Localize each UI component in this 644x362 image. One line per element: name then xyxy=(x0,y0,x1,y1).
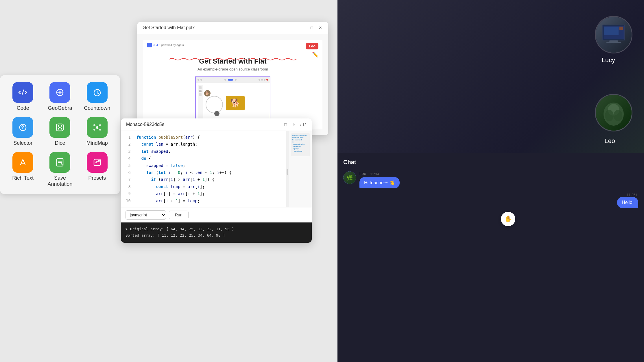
right-panel: Lucy Leo Chat 🌿 Leo 11:3 xyxy=(337,0,644,362)
app-item-save-annotation[interactable]: Save Annotation xyxy=(43,152,77,187)
page-indicator: / 12 xyxy=(300,122,307,127)
pen-icon[interactable]: ✏️ xyxy=(312,51,318,58)
chat-time-leo: 11:34 xyxy=(370,172,379,176)
selector-icon: ? xyxy=(12,117,33,138)
hand-raise-button[interactable]: ✋ xyxy=(501,212,515,226)
code-footer: javascript python java Run xyxy=(121,207,312,222)
presentation-title: Get Started with Flat.pptx xyxy=(143,25,195,30)
app-item-dice[interactable]: Dice xyxy=(43,117,77,146)
chat-time-teacher: 11:35 L xyxy=(627,193,638,197)
app-label-code: Code xyxy=(17,105,29,111)
slide-area: FLAT powered by Agora Leo ✏️ Get Started… xyxy=(143,40,322,129)
code-window-controls: — □ ✕ / 12 xyxy=(274,122,307,127)
code-line-10: 10 arr[i + 1] = temp; xyxy=(121,197,286,204)
code-scrollbar[interactable] xyxy=(286,131,289,207)
svg-point-39 xyxy=(605,110,614,121)
code-titlebar: Monaco-5923dc5e — □ ✕ / 12 xyxy=(121,118,312,131)
app-item-geogebra[interactable]: GeoGebra xyxy=(43,82,77,111)
app-item-presets[interactable]: Presets xyxy=(80,152,114,187)
code-body: 1 function bubbleSort(arr) { 2 const len… xyxy=(121,131,312,207)
app-label-save-annotation: Save Annotation xyxy=(43,175,77,187)
avatar-leo xyxy=(595,94,632,131)
app-label-countdown: Countdown xyxy=(84,105,110,111)
slide-subtitle: An example-grade open source classroom xyxy=(149,67,317,71)
svg-point-26 xyxy=(98,160,100,162)
user-label-leo: Leo xyxy=(604,137,615,145)
app-item-countdown[interactable]: Countdown xyxy=(80,82,114,111)
code-line-7: 7 if (arr[i] > arr[i + 1]) { xyxy=(121,176,286,183)
chat-panel: Chat 🌿 Leo 11:34 Hi teacher~ 👋 xyxy=(337,153,644,362)
chat-message-leo: 🌿 Leo 11:34 Hi teacher~ 👋 xyxy=(343,171,638,188)
output-area: > Original array: [ 64, 34, 25, 12, 22, … xyxy=(121,222,312,243)
app-item-mindmap[interactable]: MindMap xyxy=(80,117,114,146)
presentation-window-controls: — □ ✕ xyxy=(300,25,323,30)
svg-point-12 xyxy=(58,128,59,130)
squiggly-line xyxy=(169,57,296,61)
avatar-lucy xyxy=(595,16,632,53)
svg-point-11 xyxy=(61,125,62,127)
chat-bubble-teacher: Hello! xyxy=(617,197,638,208)
chat-messages: 🌿 Leo 11:34 Hi teacher~ 👋 11:35 L Hello! xyxy=(343,171,638,208)
code-icon xyxy=(12,82,33,103)
svg-point-15 xyxy=(96,126,98,129)
code-window-title: Monaco-5923dc5e xyxy=(126,122,165,127)
mindmap-icon xyxy=(87,117,108,138)
chat-avatar-leo: 🌿 xyxy=(343,171,356,184)
code-line-1: 1 function bubbleSort(arr) { xyxy=(121,134,286,141)
svg-rect-36 xyxy=(606,42,621,43)
svg-point-40 xyxy=(614,110,622,121)
dice-icon xyxy=(49,117,70,138)
code-line-6: 6 for (let i = 0; i < len - 1; i++) { xyxy=(121,169,286,176)
countdown-icon xyxy=(87,82,108,103)
app-label-mindmap: MindMap xyxy=(86,140,108,146)
chat-bubble-leo: Hi teacher~ 👋 xyxy=(359,177,400,188)
chat-user-name-leo: Leo xyxy=(359,171,366,176)
richtext-icon xyxy=(12,152,33,173)
svg-rect-33 xyxy=(604,27,619,35)
code-line-5: 5 swapped = false; xyxy=(121,162,286,169)
app-item-code[interactable]: Code xyxy=(6,82,40,111)
code-line-9: 9 arr[i] = arr[i + 1]; xyxy=(121,190,286,197)
svg-point-13 xyxy=(61,128,62,130)
app-label-dice: Dice xyxy=(55,140,65,146)
code-line-4: 4 do { xyxy=(121,155,286,162)
svg-rect-34 xyxy=(619,27,623,30)
app-label-geogebra: GeoGebra xyxy=(48,105,72,111)
svg-line-22 xyxy=(95,129,97,129)
code-close-button[interactable]: ✕ xyxy=(291,122,297,127)
code-maximize-button[interactable]: □ xyxy=(283,122,288,127)
app-panel: Code GeoGebra Countdown xyxy=(0,75,120,194)
app-label-presets: Presets xyxy=(88,175,106,181)
code-minimize-button[interactable]: — xyxy=(274,122,279,127)
run-button[interactable]: Run xyxy=(169,211,189,219)
presentation-titlebar: Get Started with Flat.pptx — □ ✕ xyxy=(137,22,328,34)
code-thumbnail: function bubbleSort const len = arr let … xyxy=(291,133,310,156)
leo-badge: Leo xyxy=(306,43,318,49)
svg-point-10 xyxy=(58,125,59,127)
flat-logo: FLAT powered by Agora xyxy=(147,43,184,47)
app-item-richtext[interactable]: Rich Text xyxy=(6,152,40,187)
scrollbar-thumb[interactable] xyxy=(287,169,288,175)
svg-line-23 xyxy=(97,129,99,129)
maximize-button[interactable]: □ xyxy=(309,25,314,30)
code-editor-area[interactable]: 1 function bubbleSort(arr) { 2 const len… xyxy=(121,131,286,207)
language-select[interactable]: javascript python java xyxy=(126,210,166,220)
output-line-2: Sorted array: [ 11, 12, 22, 25, 34, 64, … xyxy=(126,232,307,239)
presets-icon xyxy=(87,152,108,173)
chat-message-teacher: 11:35 L Hello! xyxy=(343,193,638,208)
app-label-selector: Selector xyxy=(13,140,32,146)
user-label-lucy: Lucy xyxy=(602,56,615,64)
slide-inner-preview: 🐕 🐕 xyxy=(195,76,270,124)
svg-line-20 xyxy=(95,126,97,126)
code-line-8: 8 const temp = arr[i]; xyxy=(121,183,286,190)
save-annotation-icon xyxy=(49,152,70,173)
svg-text:?: ? xyxy=(21,125,24,130)
minimize-button[interactable]: — xyxy=(300,25,306,30)
close-button[interactable]: ✕ xyxy=(318,25,323,30)
app-label-richtext: Rich Text xyxy=(12,175,34,181)
app-item-selector[interactable]: ? Selector xyxy=(6,117,40,146)
svg-point-14 xyxy=(59,127,61,128)
code-line-3: 3 let swapped; xyxy=(121,148,286,155)
output-line-1: > Original array: [ 64, 34, 25, 12, 22, … xyxy=(126,226,307,232)
code-thumbnail-sidebar: function bubbleSort const len = arr let … xyxy=(289,131,312,207)
